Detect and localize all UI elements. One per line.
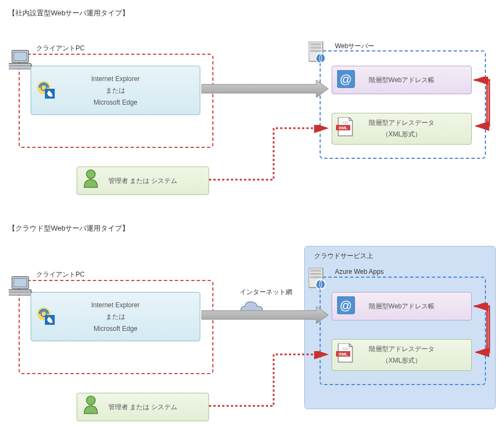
- admin-to-xml-arrow2: [208, 351, 334, 411]
- server-icon: [309, 42, 328, 65]
- internet-label: インターネット網: [240, 288, 292, 297]
- admin-to-xml-arrow: [208, 125, 334, 185]
- browser-icon: [36, 307, 58, 328]
- xml-icon: [336, 117, 355, 138]
- section1-title: 【社内設置型Webサーバ運用タイプ】: [8, 8, 504, 18]
- at-icon: [337, 70, 356, 89]
- flow-arrow-icon: [201, 80, 329, 98]
- cloud-service-label: クラウドサービス上: [314, 251, 373, 261]
- web-address-label: 階層型Webアドレス帳: [369, 76, 435, 85]
- web-address-label: 階層型Webアドレス帳: [369, 302, 435, 311]
- section2-title: 【クラウド型Webサーバ運用タイプ】: [8, 223, 504, 233]
- user-icon: [82, 169, 101, 190]
- diagram-onpremise: クライアントPC Internet Explorer または Microsoft…: [5, 26, 498, 218]
- client-pc-label: クライアントPC: [36, 44, 85, 53]
- browser-icon: [36, 81, 58, 102]
- client-pc-label2: クライアントPC: [36, 270, 85, 279]
- diagram-cloud: クラウドサービス上 クライアントPC Internet Explorer または…: [5, 242, 498, 430]
- web-server-label: Webサーバー: [335, 42, 374, 51]
- xml-to-web-arrow2: [472, 303, 494, 358]
- server-icon: [309, 268, 328, 291]
- xml-icon: [336, 343, 355, 364]
- web-to-xml-arrow: [471, 77, 495, 131]
- azure-label: Azure Web Apps: [335, 268, 384, 276]
- admin-label: 管理者 または システム: [108, 176, 178, 186]
- user-icon: [82, 395, 101, 416]
- admin-label: 管理者 または システム: [108, 403, 178, 412]
- at-icon: [337, 296, 356, 315]
- flow-arrow-icon: [201, 306, 329, 324]
